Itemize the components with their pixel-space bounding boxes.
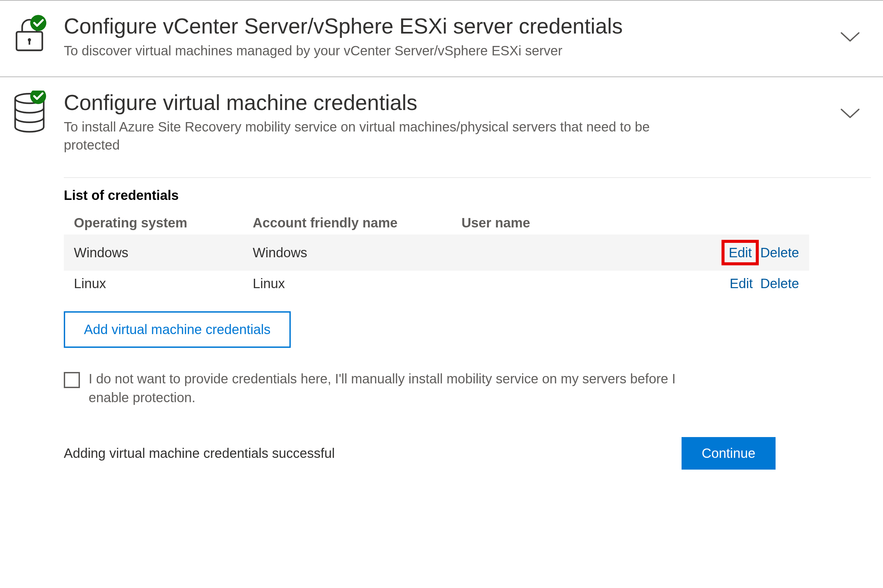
section-vm-credentials[interactable]: Configure virtual machine credentials To… — [0, 76, 883, 171]
table-row: Linux Linux Edit Delete — [64, 271, 809, 297]
credentials-table: Operating system Account friendly name U… — [64, 212, 809, 297]
delete-link[interactable]: Delete — [760, 245, 799, 260]
chevron-down-icon[interactable] — [839, 14, 871, 46]
skip-credentials-label: I do not want to provide credentials her… — [89, 369, 678, 407]
skip-credentials-checkbox[interactable] — [64, 372, 80, 388]
section2-title: Configure virtual machine credentials — [64, 91, 829, 116]
edit-link-highlighted[interactable]: Edit — [722, 240, 759, 266]
add-vm-credentials-button[interactable]: Add virtual machine credentials — [64, 311, 291, 348]
cell-user — [451, 271, 660, 297]
col-friendly: Account friendly name — [243, 212, 451, 234]
section-vcenter-credentials[interactable]: Configure vCenter Server/vSphere ESXi se… — [0, 0, 883, 76]
col-os: Operating system — [64, 212, 243, 234]
delete-link[interactable]: Delete — [760, 276, 799, 291]
cell-os: Windows — [64, 234, 243, 271]
section1-title: Configure vCenter Server/vSphere ESXi se… — [64, 14, 829, 39]
table-row: Windows Windows EditDelete — [64, 234, 809, 271]
cell-user — [451, 234, 660, 271]
cell-friendly: Windows — [243, 234, 451, 271]
status-message: Adding virtual machine credentials succe… — [64, 446, 668, 461]
credentials-list-title: List of credentials — [64, 188, 871, 203]
continue-button[interactable]: Continue — [681, 437, 776, 470]
cell-os: Linux — [64, 271, 243, 297]
lock-icon — [7, 14, 54, 54]
skip-credentials-checkbox-row: I do not want to provide credentials her… — [64, 369, 678, 407]
chevron-down-icon[interactable] — [839, 91, 871, 122]
database-icon — [7, 91, 54, 134]
cell-friendly: Linux — [243, 271, 451, 297]
section1-subtitle: To discover virtual machines managed by … — [64, 42, 685, 60]
section2-subtitle: To install Azure Site Recovery mobility … — [64, 118, 685, 154]
svg-point-3 — [30, 15, 46, 31]
col-user: User name — [451, 212, 660, 234]
divider — [64, 177, 871, 178]
edit-link[interactable]: Edit — [730, 276, 753, 291]
